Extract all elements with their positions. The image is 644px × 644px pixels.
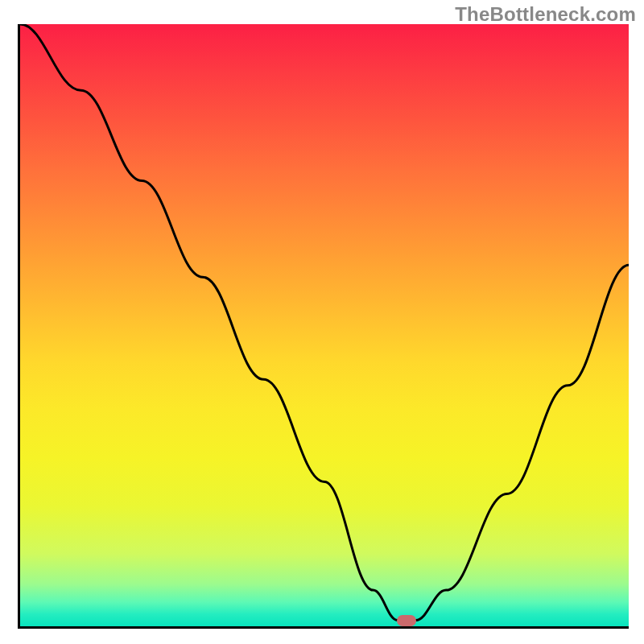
optimal-point-marker <box>397 615 416 626</box>
watermark-label: TheBottleneck.com <box>455 3 636 26</box>
bottleneck-curve <box>20 24 629 626</box>
plot-area <box>18 24 629 629</box>
chart-container: TheBottleneck.com <box>0 0 644 644</box>
